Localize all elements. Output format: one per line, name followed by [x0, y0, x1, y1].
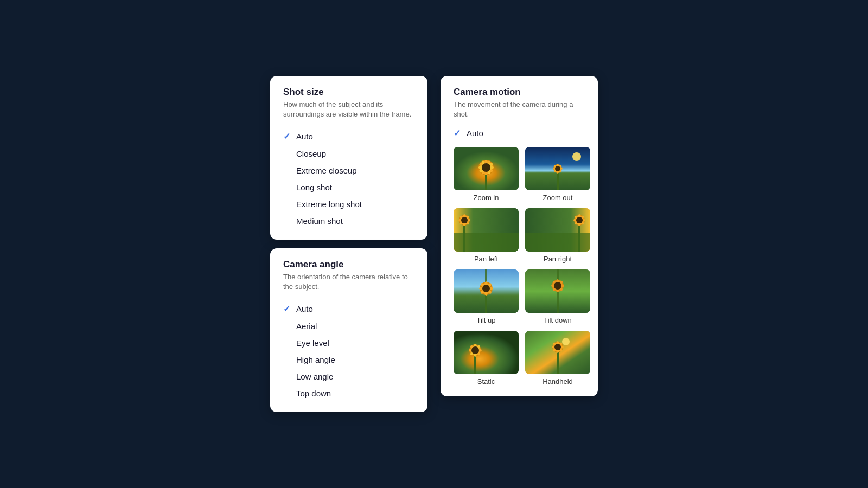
- motion-zoom-out[interactable]: Zoom out: [525, 147, 590, 202]
- motion-zoom-in-thumbnail: [454, 147, 519, 190]
- camera-angle-eye-level-label: Eye level: [296, 338, 329, 348]
- camera-motion-grid: Zoom in: [454, 147, 585, 386]
- shot-size-description: How much of the subject and its surround…: [283, 100, 414, 119]
- camera-angle-options: ✓ Auto Aerial Eye level High angle: [283, 300, 414, 401]
- camera-motion-panel: Camera motion The movement of the camera…: [441, 76, 598, 396]
- motion-tilt-up-label: Tilt up: [477, 316, 496, 324]
- motion-tilt-down-label: Tilt down: [544, 316, 572, 324]
- camera-angle-aerial[interactable]: Aerial: [283, 318, 414, 334]
- motion-pan-left[interactable]: Pan left: [454, 208, 519, 263]
- motion-tilt-up[interactable]: Tilt up: [454, 269, 519, 324]
- check-icon: ✓: [454, 128, 462, 138]
- svg-point-68: [471, 346, 479, 354]
- shot-size-medium-shot-label: Medium shot: [296, 216, 343, 226]
- camera-angle-low-angle-label: Low angle: [296, 372, 333, 381]
- svg-rect-3: [485, 175, 487, 190]
- camera-angle-panel: Camera angle The orientation of the came…: [270, 248, 427, 412]
- svg-point-13: [572, 152, 581, 161]
- svg-point-21: [555, 166, 560, 171]
- shot-size-long-shot-label: Long shot: [296, 183, 332, 192]
- svg-rect-34: [578, 222, 580, 252]
- panels-container: Shot size How much of the subject and it…: [270, 76, 598, 413]
- motion-tilt-up-thumbnail: [454, 269, 519, 313]
- motion-zoom-out-label: Zoom out: [543, 194, 573, 202]
- camera-motion-auto-label: Auto: [467, 129, 483, 138]
- motion-pan-left-thumbnail: [454, 208, 519, 252]
- motion-pan-right-label: Pan right: [544, 255, 572, 263]
- camera-angle-top-down[interactable]: Top down: [283, 386, 414, 401]
- camera-angle-auto-label: Auto: [296, 304, 313, 313]
- svg-rect-14: [557, 171, 559, 190]
- motion-handheld[interactable]: Handheld: [525, 331, 590, 386]
- motion-zoom-out-thumbnail: [525, 147, 590, 190]
- shot-size-closeup-label: Closeup: [296, 149, 326, 158]
- shot-size-title: Shot size: [283, 87, 414, 98]
- shot-size-auto[interactable]: ✓ Auto: [283, 128, 414, 145]
- svg-point-59: [554, 282, 561, 290]
- motion-tilt-down[interactable]: Tilt down: [525, 269, 590, 324]
- svg-point-78: [554, 344, 561, 350]
- camera-motion-description: The movement of the camera during a shot…: [454, 100, 585, 119]
- shot-size-extreme-long-shot-label: Extreme long shot: [296, 200, 362, 209]
- camera-angle-auto[interactable]: ✓ Auto: [283, 300, 414, 317]
- shot-size-extreme-long-shot[interactable]: Extreme long shot: [283, 196, 414, 212]
- svg-point-50: [482, 285, 490, 292]
- shot-size-auto-label: Auto: [296, 132, 313, 141]
- shot-size-extreme-closeup[interactable]: Extreme closeup: [283, 163, 414, 178]
- motion-static-thumbnail: [454, 331, 519, 374]
- motion-tilt-down-thumbnail: [525, 269, 590, 313]
- svg-rect-24: [463, 222, 465, 252]
- svg-point-11: [482, 163, 490, 172]
- camera-angle-eye-level[interactable]: Eye level: [283, 335, 414, 351]
- camera-angle-title: Camera angle: [283, 259, 414, 270]
- motion-pan-left-label: Pan left: [474, 255, 498, 263]
- shot-size-medium-shot[interactable]: Medium shot: [283, 213, 414, 229]
- motion-zoom-in[interactable]: Zoom in: [454, 147, 519, 202]
- shot-size-extreme-closeup-label: Extreme closeup: [296, 166, 357, 175]
- motion-pan-right-thumbnail: [525, 208, 590, 252]
- svg-rect-60: [454, 331, 519, 374]
- camera-motion-title: Camera motion: [454, 87, 585, 98]
- motion-static-label: Static: [477, 377, 495, 386]
- motion-static[interactable]: Static: [454, 331, 519, 386]
- left-panels: Shot size How much of the subject and it…: [270, 76, 427, 413]
- svg-point-70: [562, 338, 570, 345]
- camera-motion-auto-row[interactable]: ✓ Auto: [454, 128, 585, 138]
- motion-handheld-label: Handheld: [542, 377, 573, 386]
- shot-size-long-shot[interactable]: Long shot: [283, 179, 414, 195]
- camera-angle-description: The orientation of the camera relative t…: [283, 272, 414, 292]
- svg-rect-71: [557, 350, 559, 374]
- shot-size-panel: Shot size How much of the subject and it…: [270, 76, 427, 240]
- camera-angle-low-angle[interactable]: Low angle: [283, 369, 414, 384]
- check-icon: ✓: [283, 304, 292, 314]
- camera-angle-aerial-label: Aerial: [296, 322, 317, 331]
- svg-point-41: [576, 217, 583, 223]
- camera-angle-high-angle-label: High angle: [296, 355, 335, 364]
- motion-pan-right[interactable]: Pan right: [525, 208, 590, 263]
- check-icon: ✓: [283, 131, 292, 142]
- camera-angle-top-down-label: Top down: [296, 389, 331, 398]
- camera-angle-high-angle[interactable]: High angle: [283, 352, 414, 368]
- svg-point-31: [461, 217, 468, 223]
- shot-size-options: ✓ Auto Closeup Extreme closeup Long shot: [283, 128, 414, 229]
- motion-zoom-in-label: Zoom in: [474, 194, 499, 202]
- shot-size-closeup[interactable]: Closeup: [283, 146, 414, 162]
- motion-handheld-thumbnail: [525, 331, 590, 374]
